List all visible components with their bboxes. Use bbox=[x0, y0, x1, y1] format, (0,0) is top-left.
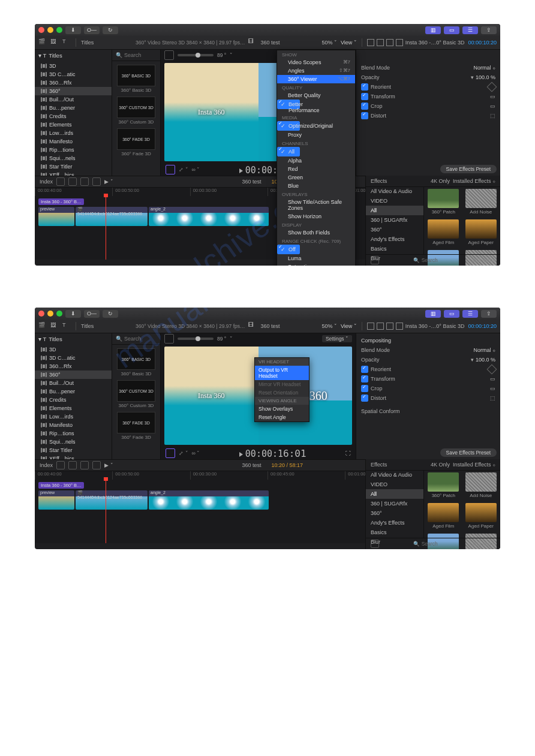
append-clip-icon[interactable] bbox=[80, 461, 89, 469]
search-input[interactable]: 🔍 Search bbox=[112, 333, 160, 345]
retime-menu[interactable]: ∞ ˅ bbox=[192, 167, 200, 173]
sidebar-item[interactable]: Low…irds bbox=[35, 129, 112, 137]
menu-item[interactable]: Proxy bbox=[277, 131, 355, 139]
layout-browser-icon[interactable]: ▥ bbox=[425, 26, 441, 34]
video-inspector-icon[interactable] bbox=[377, 39, 384, 46]
sidebar-item[interactable]: Credits bbox=[35, 396, 112, 404]
sidebar-header[interactable]: ▾ T Titles bbox=[35, 50, 112, 61]
effects-category[interactable]: 360° bbox=[366, 508, 423, 518]
transform-checkbox[interactable] bbox=[361, 93, 368, 100]
share-icon[interactable]: ⇪ bbox=[481, 310, 497, 318]
connected-title-clip[interactable]: Insta 360 - 360° B… bbox=[38, 198, 84, 205]
effects-category[interactable]: 360° bbox=[366, 225, 423, 234]
titles-icon[interactable]: T bbox=[62, 38, 71, 47]
menu-item[interactable]: Luma bbox=[277, 254, 355, 263]
volume-icon[interactable] bbox=[164, 334, 174, 344]
text-inspector-icon[interactable] bbox=[367, 323, 374, 330]
sidebar-item[interactable]: XEff…hics bbox=[35, 171, 112, 176]
title-thumbnail[interactable]: 360° FADE 3D bbox=[117, 412, 155, 433]
zoom-icon[interactable] bbox=[56, 311, 62, 317]
color-adjust-icon[interactable] bbox=[166, 165, 175, 174]
layout-timeline-icon[interactable]: ▭ bbox=[444, 310, 459, 318]
effect-item[interactable]: Add Noise bbox=[464, 189, 498, 215]
menu-item[interactable]: Show Both Fields bbox=[277, 228, 355, 237]
crop-checkbox[interactable] bbox=[361, 103, 368, 110]
effects-filter-installed[interactable]: Installed Effects bbox=[453, 178, 491, 184]
media-icon[interactable]: 🖼 bbox=[50, 322, 59, 330]
layout-browser-icon[interactable]: ▥ bbox=[425, 310, 441, 318]
zoom-icon[interactable] bbox=[56, 27, 62, 33]
reorient-keyframe-icon[interactable] bbox=[487, 82, 497, 92]
sidebar-item[interactable]: Buil…/Out bbox=[35, 379, 112, 387]
search-input[interactable]: 🔍 Search bbox=[112, 50, 160, 61]
opacity-value[interactable]: 100.0 % bbox=[476, 74, 495, 80]
sidebar-item[interactable]: 360° bbox=[35, 371, 112, 379]
overwrite-clip-icon[interactable] bbox=[92, 461, 101, 469]
crop-disclosure-icon[interactable]: ▭ bbox=[490, 385, 495, 391]
effect-item[interactable]: 360° Patch bbox=[426, 472, 461, 498]
clip-appearance-icon[interactable]: 🎞 bbox=[248, 38, 257, 47]
sidebar-item[interactable]: Rip…tions bbox=[35, 146, 112, 154]
effects-category[interactable]: Basics bbox=[366, 244, 423, 254]
sidebar-item[interactable]: Star Titler bbox=[35, 446, 112, 454]
sidebar-item[interactable]: Squi…nels bbox=[35, 154, 112, 162]
library-icon[interactable]: 🎬 bbox=[38, 322, 47, 330]
menu-item[interactable]: Red bbox=[277, 165, 355, 173]
menu-item[interactable]: Show Overlays bbox=[255, 405, 309, 413]
effects-preview-icon[interactable] bbox=[371, 540, 379, 548]
reorient-checkbox[interactable] bbox=[361, 366, 368, 373]
crop-disclosure-icon[interactable]: ▭ bbox=[490, 103, 495, 109]
close-icon[interactable] bbox=[38, 27, 44, 33]
titles-icon[interactable]: T bbox=[62, 322, 71, 330]
import-icon[interactable]: ⬇ bbox=[65, 310, 81, 318]
timeline-clip[interactable]: 🎬 54144404dbcb0124ae735c003366… bbox=[76, 490, 148, 510]
title-thumbnail[interactable]: 360° CUSTOM 3D bbox=[117, 97, 155, 118]
sidebar-header[interactable]: ▾ T Titles bbox=[35, 333, 112, 344]
effects-category[interactable]: All bbox=[366, 206, 423, 215]
menu-item[interactable]: Reset Angle bbox=[255, 413, 309, 421]
sidebar-item[interactable]: 3D C…atic bbox=[35, 354, 112, 362]
effects-category[interactable]: Andy's Effects bbox=[366, 234, 423, 244]
menu-item[interactable]: All bbox=[277, 147, 300, 156]
volume-slider[interactable] bbox=[178, 54, 214, 56]
playhead[interactable] bbox=[106, 196, 106, 260]
retime-menu[interactable]: ∞ ˅ bbox=[192, 450, 200, 456]
close-icon[interactable] bbox=[38, 311, 44, 317]
title-thumbnail[interactable]: 360° BASIC 3D bbox=[117, 348, 155, 370]
effects-category[interactable]: Basics bbox=[366, 528, 423, 537]
blend-mode-value[interactable]: Normal ⬦ bbox=[473, 347, 495, 353]
menu-item[interactable]: Optimized/Original bbox=[277, 121, 300, 131]
sidebar-item[interactable]: 3D bbox=[35, 345, 112, 354]
crop-checkbox[interactable] bbox=[361, 385, 368, 392]
distort-disclosure-icon[interactable]: ⬚ bbox=[490, 113, 495, 119]
effects-preview-icon[interactable] bbox=[371, 256, 379, 264]
menu-item[interactable]: Off bbox=[277, 245, 300, 254]
effects-category[interactable]: All Video & Audio bbox=[366, 470, 423, 480]
sidebar-item[interactable]: 3D bbox=[35, 62, 112, 70]
library-icon[interactable]: 🎬 bbox=[38, 38, 47, 47]
index-button[interactable]: Index bbox=[40, 462, 53, 468]
effects-category[interactable]: 360 | SUGARfx bbox=[366, 499, 423, 508]
sidebar-item[interactable]: Rip…tions bbox=[35, 429, 112, 438]
view-dropdown[interactable]: View ˅ bbox=[341, 323, 357, 329]
volume-icon[interactable] bbox=[164, 50, 174, 60]
distort-disclosure-icon[interactable]: ⬚ bbox=[490, 395, 495, 401]
distort-checkbox[interactable] bbox=[361, 394, 368, 402]
connect-clip-icon[interactable] bbox=[56, 177, 65, 186]
effects-category[interactable]: All Video & Audio bbox=[366, 186, 423, 196]
title-thumbnail[interactable]: 360° FADE 3D bbox=[117, 128, 155, 150]
effect-item[interactable]: Add Noise bbox=[464, 472, 498, 498]
timecode-display[interactable]: 00:00:16:01 bbox=[203, 448, 342, 459]
transform-disclosure-icon[interactable]: ▭ bbox=[490, 94, 495, 100]
sidebar-item[interactable]: Buil…/Out bbox=[35, 95, 112, 104]
text-inspector-icon[interactable] bbox=[367, 39, 374, 46]
play-icon[interactable] bbox=[239, 452, 243, 457]
menu-item[interactable]: Output to VR Headset bbox=[255, 366, 309, 380]
menu-item[interactable]: Saturation bbox=[277, 263, 355, 266]
effects-filter-4k[interactable]: 4K Only bbox=[431, 462, 450, 468]
opacity-slider[interactable]: ▾ bbox=[471, 357, 474, 363]
transform-disclosure-icon[interactable]: ▭ bbox=[490, 376, 495, 382]
sidebar-item[interactable]: Squi…nels bbox=[35, 438, 112, 446]
sidebar-item[interactable]: Bu…pener bbox=[35, 387, 112, 396]
sidebar-item[interactable]: Elements bbox=[35, 121, 112, 129]
